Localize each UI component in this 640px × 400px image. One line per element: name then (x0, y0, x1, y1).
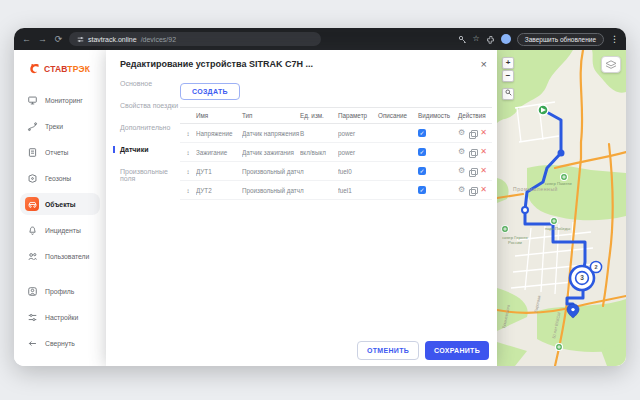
tab-additional[interactable]: Дополнительно (113, 124, 180, 131)
app-logo: СТАВТРЭК (14, 50, 106, 85)
drag-handle-icon[interactable]: ↕ (180, 125, 196, 142)
table-header-row: Имя Тип Ед. изм. Параметр Описание Видим… (180, 107, 492, 124)
sidebar-item-label: Мониторинг (45, 97, 83, 104)
sidebar-item-label: Инциденты (45, 227, 81, 234)
layers-button[interactable] (601, 56, 621, 73)
sidebar-item-label: Пользователи (45, 253, 89, 260)
modal-title: Редактирование устройства SITRAK C7H ... (120, 59, 313, 69)
delete-icon[interactable]: ✕ (480, 129, 487, 137)
route-waypoint-marker (522, 207, 528, 213)
delete-icon[interactable]: ✕ (480, 167, 487, 175)
copy-icon[interactable] (469, 149, 476, 156)
tab-main[interactable]: Основное (113, 80, 180, 87)
sidebar-item-users[interactable]: Пользователи (20, 245, 100, 267)
forward-icon[interactable]: → (37, 35, 48, 44)
zoom-in-button[interactable]: + (502, 57, 514, 69)
sensor-desc (378, 128, 418, 138)
sidebar-item-label: Отчеты (45, 149, 69, 156)
table-row: ↕ ДУТ1 Произвольный датчик л fuel0 ✓ ⚙ ✕ (180, 162, 492, 181)
sidebar-item-incidents[interactable]: Инциденты (20, 219, 100, 241)
settings-gear-icon[interactable]: ⚙ (458, 129, 465, 137)
sensor-unit: вкл/выкл (300, 144, 338, 161)
alert-bell-icon (25, 223, 39, 237)
sidebar-item-tracks[interactable]: Треки (20, 115, 100, 137)
search-icon (505, 89, 512, 96)
column-header: Ед. изм. (300, 108, 338, 123)
save-button[interactable]: СОХРАНИТЬ (425, 341, 489, 360)
column-header: Имя (196, 108, 242, 123)
route-node-marker (558, 150, 565, 157)
finish-update-button[interactable]: Завершить обновление (517, 33, 604, 46)
settings-gear-icon[interactable]: ⚙ (458, 148, 465, 156)
tab-trip-properties[interactable]: Свойства поездки (113, 102, 180, 109)
password-key-icon[interactable] (458, 35, 467, 44)
sidebar-item-reports[interactable]: Отчеты (20, 141, 100, 163)
url-path: /devices/92 (141, 36, 176, 43)
settings-gear-icon[interactable]: ⚙ (458, 167, 465, 175)
close-icon[interactable]: × (481, 59, 487, 70)
column-header: Параметр (338, 108, 378, 123)
copy-icon[interactable] (469, 187, 476, 194)
sidebar-item-settings[interactable]: Настройки (20, 306, 100, 328)
copy-icon[interactable] (469, 168, 476, 175)
table-row: ↕ ДУТ2 Произвольный датчик л fuel1 ✓ ⚙ ✕ (180, 181, 492, 200)
route-icon (25, 119, 39, 133)
settings-gear-icon[interactable]: ⚙ (458, 186, 465, 194)
bookmark-star-icon[interactable]: ☆ (473, 35, 480, 43)
drag-handle-icon[interactable]: ↕ (180, 182, 196, 199)
copy-icon[interactable] (469, 130, 476, 137)
edit-device-modal: Редактирование устройства SITRAK C7H ...… (106, 50, 497, 366)
sensor-param: power (338, 144, 378, 161)
delete-icon[interactable]: ✕ (480, 148, 487, 156)
sidebar-item-collapse[interactable]: Свернуть (20, 332, 100, 354)
arrow-left-icon (25, 336, 39, 350)
sidebar-item-label: Объекты (45, 201, 76, 208)
sensor-type: Датчик зажигания (242, 144, 300, 161)
sensor-desc (378, 185, 418, 195)
table-row: ↕ Напряжение Датчик напряжения В power ✓… (180, 124, 492, 143)
map-canvas (497, 50, 626, 366)
sidebar-item-label: Геозоны (45, 175, 71, 182)
sensor-param: power (338, 125, 378, 142)
browser-window: ← → ⟳ stavtrack.online/devices/92 ☆ За (14, 28, 626, 366)
map-panel[interactable]: Промышленный сквер Памяти парк Победы ск… (497, 50, 626, 366)
sidebar-item-label: Настройки (45, 314, 78, 321)
sidebar-item-geozones[interactable]: Геозоны (20, 167, 100, 189)
visibility-checkbox[interactable]: ✓ (418, 186, 426, 194)
visibility-checkbox[interactable]: ✓ (418, 148, 426, 156)
sensor-unit: В (300, 125, 338, 142)
column-header: Тип (242, 108, 300, 123)
layers-icon (605, 60, 617, 70)
tab-custom-fields[interactable]: Произвольные поля (113, 168, 180, 182)
browser-menu-icon[interactable]: ⋮ (610, 34, 619, 44)
drag-handle-icon[interactable]: ↕ (180, 144, 196, 161)
car-icon (25, 197, 39, 211)
tab-sensors[interactable]: Датчики (113, 146, 180, 153)
route-start-marker[interactable] (538, 105, 548, 115)
reload-icon[interactable]: ⟳ (53, 35, 64, 44)
extensions-icon[interactable] (486, 35, 495, 44)
monitor-icon (25, 93, 39, 107)
sensor-type: Произвольный датчик (242, 182, 300, 199)
delete-icon[interactable]: ✕ (480, 186, 487, 194)
drag-handle-icon[interactable]: ↕ (180, 163, 196, 180)
cluster-badge[interactable] (590, 261, 601, 272)
address-bar[interactable]: stavtrack.online/devices/92 (69, 32, 321, 46)
create-button[interactable]: СОЗДАТЬ (180, 83, 240, 100)
zoom-out-button[interactable]: − (502, 70, 514, 82)
cancel-button[interactable]: ОТМЕНИТЬ (357, 341, 419, 360)
sidebar-item-profile[interactable]: Профиль (20, 280, 100, 302)
column-header: Видимость (418, 108, 458, 123)
sliders-icon (25, 310, 39, 324)
profile-icon (25, 284, 39, 298)
sidebar-item-monitoring[interactable]: Мониторинг (20, 89, 100, 111)
sensor-param: fuel1 (338, 182, 378, 199)
back-icon[interactable]: ← (21, 35, 32, 44)
profile-avatar[interactable] (501, 34, 511, 44)
visibility-checkbox[interactable]: ✓ (418, 167, 426, 175)
visibility-checkbox[interactable]: ✓ (418, 129, 426, 137)
logo-text-secondary: ТРЭК (67, 64, 90, 74)
map-search-button[interactable] (502, 88, 514, 100)
sidebar: СТАВТРЭК Мониторинг (14, 50, 106, 366)
sidebar-item-objects[interactable]: Объекты (20, 193, 100, 215)
